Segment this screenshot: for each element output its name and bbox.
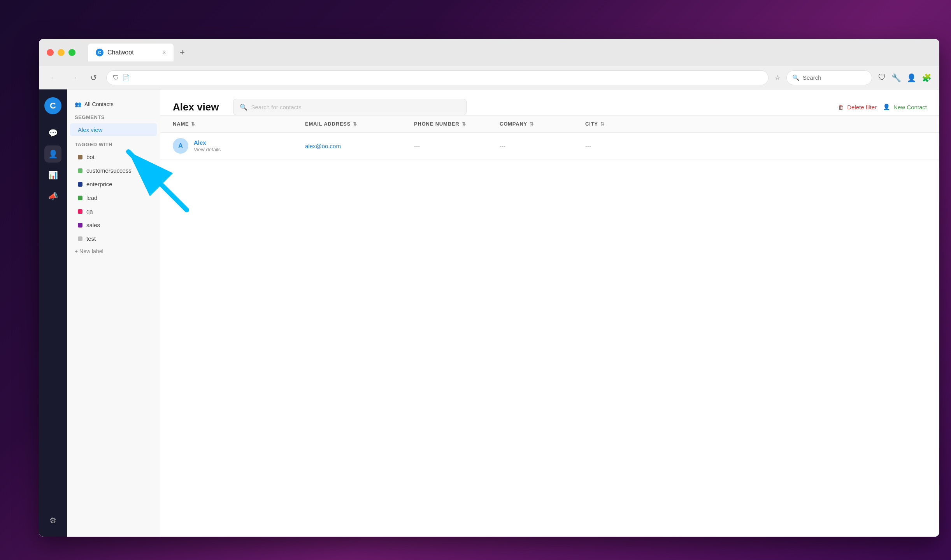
- close-traffic-light[interactable]: [47, 49, 54, 56]
- contact-company-cell: ---: [500, 143, 585, 149]
- new-contact-icon: 👤: [883, 103, 890, 110]
- contact-email-cell[interactable]: alex@oo.com: [305, 143, 414, 149]
- search-contacts-icon: 🔍: [240, 103, 247, 111]
- contact-name-link[interactable]: Alex: [194, 139, 221, 146]
- nav-panel: 👥 All Contacts Segments Alex view Tagged…: [67, 89, 160, 537]
- all-contacts-label: All Contacts: [84, 101, 114, 107]
- sales-label-dot: [78, 223, 82, 228]
- test-label-dot: [78, 236, 82, 241]
- back-button[interactable]: ←: [47, 72, 61, 84]
- browser-toolbar: 🛡 🔧 👤 🧩: [878, 73, 932, 82]
- col-header-company: COMPANY ⇅: [500, 121, 585, 127]
- city-sort-icon[interactable]: ⇅: [600, 121, 605, 127]
- alex-view-label: Alex view: [78, 126, 102, 133]
- main-header: Alex view 🔍 Search for contacts 🗑 Delete…: [160, 89, 939, 116]
- wrench-icon[interactable]: 🔧: [891, 73, 901, 82]
- sidebar-icon-reports[interactable]: 📊: [44, 166, 61, 184]
- lead-label-dot: [78, 196, 82, 200]
- shield-icon: 🛡: [113, 74, 119, 81]
- sidebar-item-enterprice[interactable]: enterprice: [70, 178, 157, 191]
- maximize-traffic-light[interactable]: [68, 49, 75, 56]
- delete-filter-label: Delete filter: [847, 104, 877, 110]
- shield-toolbar-icon[interactable]: 🛡: [878, 73, 886, 82]
- search-contacts-bar[interactable]: 🔍 Search for contacts: [233, 99, 467, 115]
- url-icons: 🛡 📄: [113, 74, 130, 81]
- sidebar-item-sales[interactable]: sales: [70, 219, 157, 231]
- forward-button[interactable]: →: [67, 72, 81, 84]
- search-placeholder-text: Search: [803, 74, 821, 81]
- enterprice-label: enterprice: [86, 181, 112, 187]
- sidebar-item-test[interactable]: test: [70, 232, 157, 245]
- sidebar-item-customersuccess[interactable]: customersuccess: [70, 164, 157, 177]
- delete-filter-icon: 🗑: [838, 104, 844, 110]
- sidebar-item-alex-view[interactable]: Alex view: [70, 123, 157, 136]
- tab-title: Chatwoot: [107, 49, 134, 56]
- table-row[interactable]: A Alex View details alex@oo.com --- --- …: [160, 133, 939, 159]
- url-bar[interactable]: 🛡 📄: [106, 70, 769, 85]
- new-contact-label: New Contact: [893, 104, 927, 110]
- sidebar-icon-contacts[interactable]: 👤: [44, 145, 61, 163]
- tagged-with-section-title: Tagged with: [67, 137, 160, 150]
- bot-label: bot: [86, 154, 95, 160]
- icon-sidebar: C 💬 👤 📊 📣 ⚙: [39, 89, 67, 537]
- sidebar-item-bot[interactable]: bot: [70, 150, 157, 163]
- qa-label-dot: [78, 209, 82, 214]
- refresh-button[interactable]: ↺: [87, 72, 100, 84]
- sidebar-icon-campaigns[interactable]: 📣: [44, 187, 61, 205]
- phone-sort-icon[interactable]: ⇅: [462, 121, 466, 127]
- table-header: NAME ⇅ EMAIL ADDRESS ⇅ PHONE NUMBER ⇅ CO…: [160, 116, 939, 133]
- col-header-email: EMAIL ADDRESS ⇅: [305, 121, 414, 127]
- customersuccess-label-dot: [78, 168, 82, 173]
- tab-favicon: C: [96, 49, 104, 56]
- contact-name-cell: A Alex View details: [173, 138, 305, 154]
- col-header-name: NAME ⇅: [173, 121, 305, 127]
- test-label: test: [86, 235, 96, 242]
- tab-close-button[interactable]: ×: [163, 49, 166, 56]
- traffic-lights: [47, 49, 75, 56]
- new-label-button[interactable]: + New label: [67, 246, 160, 257]
- contact-avatar: A: [173, 138, 188, 154]
- header-actions: 🗑 Delete filter 👤 New Contact: [838, 103, 927, 110]
- star-icon[interactable]: ☆: [775, 74, 780, 81]
- title-bar: C Chatwoot × +: [39, 39, 939, 66]
- extension-icon[interactable]: 🧩: [922, 73, 932, 82]
- address-bar: ← → ↺ 🛡 📄 ☆ 🔍 Search 🛡 🔧 👤 🧩: [39, 66, 939, 89]
- segments-section-title: Segments: [67, 110, 160, 122]
- sidebar-item-qa[interactable]: qa: [70, 205, 157, 218]
- name-sort-icon[interactable]: ⇅: [191, 121, 195, 127]
- col-header-city: CITY ⇅: [585, 121, 647, 127]
- tab-bar: C Chatwoot × +: [88, 44, 188, 61]
- qa-label: qa: [86, 208, 93, 215]
- browser-tab[interactable]: C Chatwoot ×: [88, 44, 174, 61]
- contacts-nav-icon: 👥: [75, 101, 81, 107]
- contacts-table: NAME ⇅ EMAIL ADDRESS ⇅ PHONE NUMBER ⇅ CO…: [160, 116, 939, 537]
- bot-label-dot: [78, 155, 82, 159]
- customersuccess-label: customersuccess: [86, 167, 132, 174]
- view-details-link[interactable]: View details: [194, 147, 221, 152]
- new-tab-button[interactable]: +: [177, 47, 188, 58]
- email-sort-icon[interactable]: ⇅: [353, 121, 357, 127]
- app-logo[interactable]: C: [44, 97, 61, 114]
- lead-label: lead: [86, 194, 97, 201]
- col-header-phone: PHONE NUMBER ⇅: [414, 121, 500, 127]
- enterprice-label-dot: [78, 182, 82, 187]
- browser-search-bar[interactable]: 🔍 Search: [786, 70, 872, 85]
- doc-icon: 📄: [122, 74, 130, 81]
- main-panel: Alex view 🔍 Search for contacts 🗑 Delete…: [160, 89, 939, 537]
- page-title: Alex view: [173, 101, 219, 113]
- delete-filter-button[interactable]: 🗑 Delete filter: [838, 104, 877, 110]
- all-contacts-link[interactable]: 👥 All Contacts: [67, 99, 160, 110]
- profile-icon[interactable]: 👤: [907, 73, 916, 82]
- company-sort-icon[interactable]: ⇅: [530, 121, 534, 127]
- contact-phone-cell: ---: [414, 143, 500, 149]
- contact-info: Alex View details: [194, 139, 221, 152]
- search-icon: 🔍: [792, 74, 800, 81]
- sales-label: sales: [86, 222, 100, 228]
- sidebar-icon-settings[interactable]: ⚙: [44, 512, 61, 529]
- sidebar-icon-chat[interactable]: 💬: [44, 124, 61, 142]
- sidebar-item-lead[interactable]: lead: [70, 191, 157, 204]
- contact-city-cell: ---: [585, 143, 647, 149]
- minimize-traffic-light[interactable]: [58, 49, 65, 56]
- search-contacts-placeholder: Search for contacts: [251, 104, 302, 110]
- new-contact-button[interactable]: 👤 New Contact: [883, 103, 927, 110]
